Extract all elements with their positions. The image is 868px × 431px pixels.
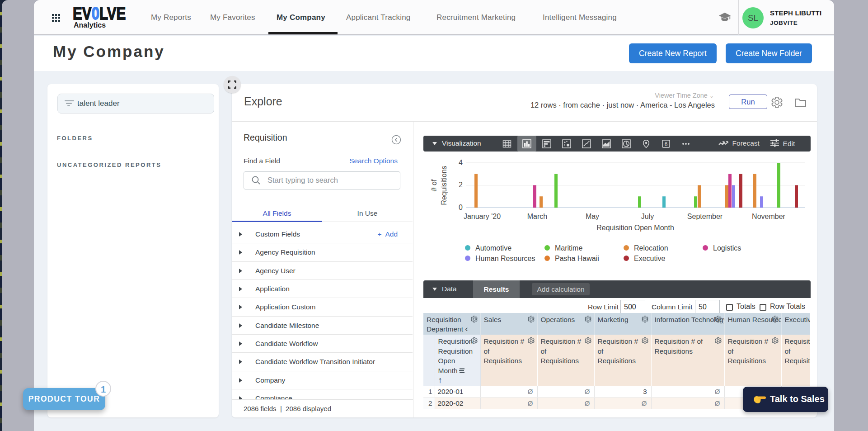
svg-text:4: 4 xyxy=(459,159,463,166)
svg-text:2: 2 xyxy=(459,181,463,189)
svg-text:Logistics: Logistics xyxy=(713,244,741,252)
svg-text:May: May xyxy=(586,213,599,220)
svg-text:Human Resources: Human Resources xyxy=(475,255,535,262)
svg-text:Requisition Open Month: Requisition Open Month xyxy=(596,224,674,232)
svg-text:March: March xyxy=(527,213,547,220)
svg-text:# of: # of xyxy=(430,179,438,191)
svg-text:Executive: Executive xyxy=(634,255,665,262)
svg-text:Maritime: Maritime xyxy=(555,244,582,252)
svg-text:July: July xyxy=(641,213,654,220)
svg-text:Pasha Hawaii: Pasha Hawaii xyxy=(555,255,599,262)
svg-text:Requisitions: Requisitions xyxy=(440,166,448,205)
svg-text:6: 6 xyxy=(665,141,668,147)
svg-text:January '20: January '20 xyxy=(464,213,501,220)
svg-text:September: September xyxy=(687,213,723,220)
svg-text:November: November xyxy=(752,213,785,220)
svg-text:Relocation: Relocation xyxy=(634,244,668,252)
svg-text:Automotive: Automotive xyxy=(475,244,511,252)
svg-text:0: 0 xyxy=(459,204,463,211)
